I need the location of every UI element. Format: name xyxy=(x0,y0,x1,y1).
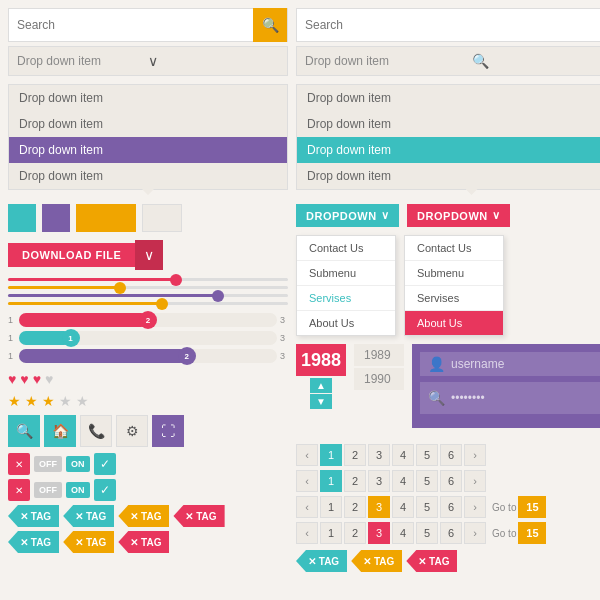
search-box-2[interactable]: 🔍 xyxy=(296,8,600,42)
page-btn-2-5[interactable]: 5 xyxy=(416,470,438,492)
page-btn-1-5[interactable]: 5 xyxy=(416,444,438,466)
page-btn-4-6[interactable]: 6 xyxy=(440,522,462,544)
page-btn-2-4[interactable]: 4 xyxy=(392,470,414,492)
home-icon-box[interactable]: 🏠 xyxy=(44,415,76,447)
page-btn-4-1[interactable]: 1 xyxy=(320,522,342,544)
page-btn-3-5[interactable]: 5 xyxy=(416,496,438,518)
page-btn-1-1[interactable]: 1 xyxy=(320,444,342,466)
tag-2[interactable]: ✕ TAG xyxy=(63,505,114,527)
list-item[interactable]: Drop down item xyxy=(297,137,600,163)
page-btn-1-3[interactable]: 3 xyxy=(368,444,390,466)
drum-list-item-1989[interactable]: 1989 xyxy=(354,344,404,366)
tag-7[interactable]: ✕ TAG xyxy=(118,531,169,553)
menu-item-servises-1[interactable]: Servises xyxy=(297,286,395,311)
list-item[interactable]: Drop down item xyxy=(9,163,287,189)
page-btn-1-2[interactable]: 2 xyxy=(344,444,366,466)
star-5[interactable]: ★ xyxy=(76,393,89,409)
on-button-1[interactable]: ON xyxy=(66,456,90,472)
star-3[interactable]: ★ xyxy=(42,393,55,409)
swatch-teal[interactable] xyxy=(8,204,36,232)
page-btn-3-4[interactable]: 4 xyxy=(392,496,414,518)
slider-track-2[interactable] xyxy=(8,286,288,289)
page-prev-2[interactable]: ‹ xyxy=(296,470,318,492)
check-box-2[interactable]: ✓ xyxy=(94,479,116,501)
download-chevron-icon[interactable]: ∨ xyxy=(135,240,163,270)
page-next-4[interactable]: › xyxy=(464,522,486,544)
menu-item-submenu-1[interactable]: Submenu xyxy=(297,261,395,286)
page-prev-1[interactable]: ‹ xyxy=(296,444,318,466)
download-button[interactable]: DOWNLOAD FILE xyxy=(8,243,135,267)
dropdown-row-1[interactable]: Drop down item ∨ xyxy=(8,46,288,76)
page-btn-2-6[interactable]: 6 xyxy=(440,470,462,492)
username-field[interactable]: 👤 xyxy=(420,352,600,376)
right-tag-2[interactable]: ✕ TAG xyxy=(351,550,402,572)
list-item[interactable]: Drop down item xyxy=(9,137,287,163)
page-btn-3-3[interactable]: 3 xyxy=(368,496,390,518)
on-button-2[interactable]: ON xyxy=(66,482,90,498)
gear-icon-box[interactable]: ⚙ xyxy=(116,415,148,447)
drum-down-arrow[interactable]: ▼ xyxy=(310,394,332,409)
right-tag-3[interactable]: ✕ TAG xyxy=(406,550,457,572)
list-item[interactable]: Drop down item xyxy=(297,111,600,137)
tag-4[interactable]: ✕ TAG xyxy=(173,505,224,527)
star-1[interactable]: ★ xyxy=(8,393,21,409)
search-input-2[interactable] xyxy=(297,18,600,32)
list-item[interactable]: Drop down item xyxy=(297,85,600,111)
page-btn-2-3[interactable]: 3 xyxy=(368,470,390,492)
num-track-3[interactable]: 2 xyxy=(19,349,277,363)
dropdown-btn-teal[interactable]: DROPDOWN ∨ xyxy=(296,204,399,227)
heart-2[interactable]: ♥ xyxy=(20,371,28,387)
tag-6[interactable]: ✕ TAG xyxy=(63,531,114,553)
right-tag-1[interactable]: ✕ TAG xyxy=(296,550,347,572)
dropdown-btn-pink[interactable]: DROPDOWN ∨ xyxy=(407,204,510,227)
search-icon-box[interactable]: 🔍 xyxy=(8,415,40,447)
x-button-1[interactable]: ✕ xyxy=(8,453,30,475)
page-btn-3-2[interactable]: 2 xyxy=(344,496,366,518)
list-item[interactable]: Drop down item xyxy=(9,111,287,137)
star-4[interactable]: ★ xyxy=(59,393,72,409)
swatch-gray[interactable] xyxy=(142,204,182,232)
search-input-1[interactable] xyxy=(9,18,253,32)
password-input[interactable] xyxy=(451,391,600,405)
page-btn-3-1[interactable]: 1 xyxy=(320,496,342,518)
search-box-1[interactable]: 🔍 xyxy=(8,8,288,42)
page-btn-4-4[interactable]: 4 xyxy=(392,522,414,544)
goto-box-2[interactable]: 15 xyxy=(518,522,546,544)
page-next-3[interactable]: › xyxy=(464,496,486,518)
goto-box-1[interactable]: 15 xyxy=(518,496,546,518)
search-button-1[interactable]: 🔍 xyxy=(253,8,287,42)
drum-list-item-1990[interactable]: 1990 xyxy=(354,368,404,390)
menu-item-contact-1[interactable]: Contact Us xyxy=(297,236,395,261)
menu-item-about-2[interactable]: About Us xyxy=(405,311,503,335)
password-field[interactable]: 🔍 ⏱ xyxy=(420,382,600,414)
menu-item-submenu-2[interactable]: Submenu xyxy=(405,261,503,286)
num-track-1[interactable]: 2 xyxy=(19,313,277,327)
tag-5[interactable]: ✕ TAG xyxy=(8,531,59,553)
page-btn-3-6[interactable]: 6 xyxy=(440,496,462,518)
page-btn-2-1[interactable]: 1 xyxy=(320,470,342,492)
slider-track-1[interactable] xyxy=(8,278,288,281)
page-btn-4-2[interactable]: 2 xyxy=(344,522,366,544)
swatch-purple[interactable] xyxy=(42,204,70,232)
list-item[interactable]: Drop down item xyxy=(297,163,600,189)
heart-4[interactable]: ♥ xyxy=(45,371,53,387)
list-item[interactable]: Drop down item xyxy=(9,85,287,111)
page-btn-4-5[interactable]: 5 xyxy=(416,522,438,544)
expand-icon-box[interactable]: ⛶ xyxy=(152,415,184,447)
off-button-1[interactable]: OFF xyxy=(34,456,62,472)
page-btn-1-6[interactable]: 6 xyxy=(440,444,462,466)
heart-3[interactable]: ♥ xyxy=(33,371,41,387)
tag-3[interactable]: ✕ TAG xyxy=(118,505,169,527)
off-button-2[interactable]: OFF xyxy=(34,482,62,498)
phone-icon-box[interactable]: 📞 xyxy=(80,415,112,447)
menu-item-about-1[interactable]: About Us xyxy=(297,311,395,335)
page-next-1[interactable]: › xyxy=(464,444,486,466)
check-box-1[interactable]: ✓ xyxy=(94,453,116,475)
swatch-orange[interactable] xyxy=(76,204,136,232)
num-track-2[interactable]: 1 xyxy=(19,331,277,345)
heart-1[interactable]: ♥ xyxy=(8,371,16,387)
page-prev-4[interactable]: ‹ xyxy=(296,522,318,544)
username-input[interactable] xyxy=(451,357,600,371)
menu-item-contact-2[interactable]: Contact Us xyxy=(405,236,503,261)
slider-track-4[interactable] xyxy=(8,302,288,305)
